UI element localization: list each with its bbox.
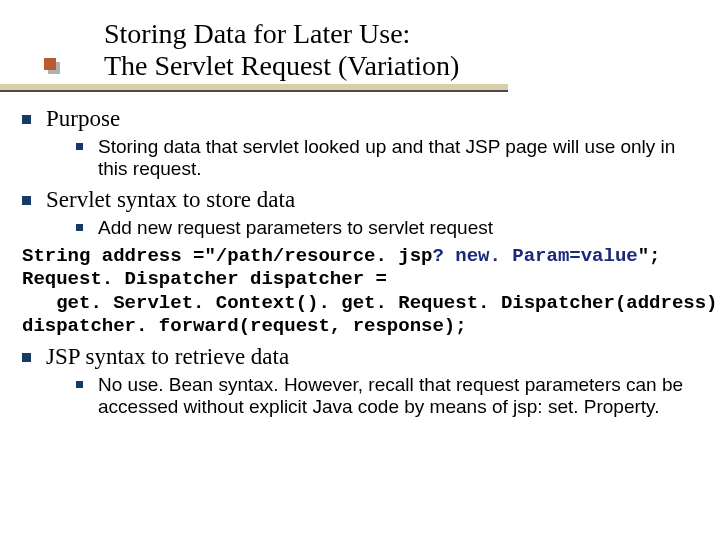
code-line-2: Request. Dispatcher dispatcher = [22, 268, 387, 290]
point-jsp-syntax: No use. Bean syntax. However, recall tha… [76, 374, 698, 419]
slide: Storing Data for Later Use: The Servlet … [0, 0, 720, 540]
heading-purpose: Purpose [22, 106, 708, 132]
slide-title: Storing Data for Later Use: The Servlet … [104, 18, 692, 88]
heading-jsp-syntax: JSP syntax to retrieve data [22, 344, 708, 370]
underline-dark [0, 90, 508, 92]
title-underline [0, 84, 508, 94]
heading-servlet-syntax: Servlet syntax to store data [22, 187, 708, 213]
point-purpose: Storing data that servlet looked up and … [76, 136, 698, 181]
title-accent-square [44, 58, 56, 70]
title-line-2: The Servlet Request (Variation) [104, 50, 692, 82]
slide-body: Purpose Storing data that servlet looked… [22, 102, 708, 425]
code-line-1a: String address ="/path/resource. jsp [22, 245, 432, 267]
code-block: String address ="/path/resource. jsp? ne… [22, 245, 708, 338]
code-line-1b: ? new. Param=value [432, 245, 637, 267]
point-servlet-syntax: Add new request parameters to servlet re… [76, 217, 698, 239]
title-line-1: Storing Data for Later Use: [104, 18, 692, 50]
code-line-3: get. Servlet. Context(). get. Request. D… [22, 292, 720, 314]
code-line-4: dispatcher. forward(request, response); [22, 315, 467, 337]
code-line-1c: "; [638, 245, 661, 267]
